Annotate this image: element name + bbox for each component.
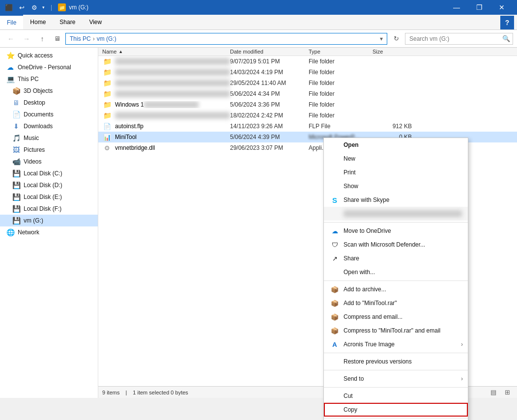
videos-icon: 📹 bbox=[12, 157, 21, 166]
address-path[interactable]: This PC › vm (G:) ▾ bbox=[65, 33, 387, 45]
sidebar-item-diskd[interactable]: 💾 Local Disk (D:) bbox=[0, 179, 98, 191]
ctx-addrar[interactable]: 📦 Add to "MiniTool.rar" bbox=[324, 296, 468, 310]
close-button[interactable]: ✕ bbox=[490, 0, 513, 15]
ctx-openwith[interactable]: Open with... bbox=[324, 265, 468, 279]
ctx-compress-rar-email[interactable]: 📦 Compress to "MiniTool.rar" and email bbox=[324, 324, 468, 337]
window-title: vm (G:) bbox=[69, 4, 88, 11]
sidebar-item-diskf[interactable]: 💾 Local Disk (F:) bbox=[0, 203, 98, 215]
col-header-date[interactable]: Date modified bbox=[230, 49, 309, 55]
diskd-icon: 💾 bbox=[12, 181, 21, 190]
ctx-defender[interactable]: 🛡 Scan with Microsoft Defender... bbox=[324, 238, 468, 252]
ctx-restore[interactable]: Restore previous versions bbox=[324, 355, 468, 368]
sidebar-item-thispc[interactable]: 💻 This PC bbox=[0, 73, 98, 85]
minimize-button[interactable]: — bbox=[445, 0, 468, 15]
tab-home[interactable]: Home bbox=[23, 15, 53, 29]
ctx-show[interactable]: Show bbox=[324, 179, 468, 193]
col-header-size[interactable]: Size bbox=[373, 49, 412, 55]
help-button[interactable]: ? bbox=[500, 16, 514, 29]
maximize-button[interactable]: ❐ bbox=[468, 0, 490, 15]
ctx-open-label: Open bbox=[344, 141, 462, 148]
sidebar-item-music[interactable]: 🎵 Music bbox=[0, 132, 98, 144]
sidebar-item-network[interactable]: 🌐 Network bbox=[0, 226, 98, 238]
tab-view[interactable]: View bbox=[82, 15, 109, 29]
path-dropdown[interactable]: ▾ bbox=[380, 35, 383, 42]
col-header-name[interactable]: Name ▲ bbox=[102, 49, 230, 55]
ctx-sendto[interactable]: Send to › bbox=[324, 372, 468, 386]
forward-button[interactable]: → bbox=[20, 33, 33, 45]
details-view-button[interactable]: ▤ bbox=[488, 388, 499, 397]
back-button[interactable]: ← bbox=[4, 33, 18, 45]
file-name-cell: BlurredFolder4 bbox=[115, 90, 230, 97]
ctx-print-label: Print bbox=[344, 169, 462, 176]
file-date-cell: 29/05/2024 11:40 AM bbox=[230, 80, 309, 86]
ctx-skype[interactable]: S Share with Skype bbox=[324, 193, 468, 207]
ctx-show-icon bbox=[330, 181, 340, 191]
qat-dropdown[interactable]: ▾ bbox=[42, 5, 45, 10]
col-name-label: Name bbox=[102, 49, 116, 55]
ctx-new[interactable]: New bbox=[324, 152, 468, 166]
sidebar-item-desktop[interactable]: 🖥 Desktop bbox=[0, 97, 98, 109]
ctx-blurred-item[interactable] bbox=[324, 207, 468, 221]
file-size-cell: 912 KB bbox=[373, 123, 412, 130]
breadcrumb-drive[interactable]: vm (G:) bbox=[97, 35, 116, 42]
table-row[interactable]: 📁 BlurredFolder2 14/03/2024 4:19 PM File… bbox=[98, 67, 517, 78]
large-icons-view-button[interactable]: ⊞ bbox=[501, 388, 513, 397]
sidebar-item-downloads[interactable]: ⬇ Downloads bbox=[0, 120, 98, 132]
undo-icon[interactable]: ↩ bbox=[17, 2, 27, 12]
ctx-divider-2 bbox=[324, 280, 468, 281]
ctx-cut[interactable]: Cut bbox=[324, 389, 468, 403]
desktop-icon: 🖥 bbox=[12, 98, 21, 107]
ctx-acronis[interactable]: A Acronis True Image › bbox=[324, 337, 468, 351]
sidebar-item-diskc[interactable]: 💾 Local Disk (C:) bbox=[0, 168, 98, 179]
ctx-copy[interactable]: Copy bbox=[324, 403, 468, 417]
search-input[interactable] bbox=[405, 33, 513, 45]
up-button[interactable]: ↑ bbox=[35, 33, 49, 45]
refresh-button[interactable]: ↻ bbox=[389, 33, 403, 45]
sidebar-label-downloads: Downloads bbox=[24, 123, 53, 130]
ctx-new-icon bbox=[330, 154, 340, 164]
ctx-skype-icon: S bbox=[330, 195, 340, 205]
table-row[interactable]: 📁 BlurredFolder6 18/02/2024 2:42 PM File… bbox=[98, 110, 517, 121]
sidebar-label-diske: Local Disk (E:) bbox=[24, 194, 62, 200]
sidebar-item-documents[interactable]: 📄 Documents bbox=[0, 109, 98, 120]
sidebar-item-quickaccess[interactable]: ⭐ Quick access bbox=[0, 50, 98, 61]
table-row[interactable]: 📁 Windows 1BLURRED_REVIEW 5/06/2024 3:36… bbox=[98, 99, 517, 110]
ctx-compress-email[interactable]: 📦 Compress and email... bbox=[324, 310, 468, 324]
ctx-onedrive-label: Move to OneDrive bbox=[344, 227, 462, 234]
file-name-cell: BlurredFolder6 bbox=[115, 112, 230, 119]
title-bar: ⬛ ↩ ⚙ ▾ | 📁 vm (G:) — ❐ ✕ bbox=[0, 0, 517, 15]
sidebar-item-diske[interactable]: 💾 Local Disk (E:) bbox=[0, 191, 98, 203]
table-row[interactable]: 📁 BlurredFolder3 29/05/2024 11:40 AM Fil… bbox=[98, 78, 517, 88]
ctx-addarchive[interactable]: 📦 Add to archive... bbox=[324, 282, 468, 296]
table-row[interactable]: 📁 BlurredFolder4 5/06/2024 4:34 PM File … bbox=[98, 88, 517, 99]
ctx-open[interactable]: Open bbox=[324, 138, 468, 152]
breadcrumb-thispc[interactable]: This PC bbox=[70, 35, 91, 42]
tab-share[interactable]: Share bbox=[53, 15, 82, 29]
properties-icon[interactable]: ⚙ bbox=[29, 2, 39, 12]
sidebar-label-diskf: Local Disk (F:) bbox=[24, 205, 61, 212]
file-date-cell: 5/06/2024 4:34 PM bbox=[230, 90, 309, 97]
sidebar-item-3dobjects[interactable]: 📦 3D Objects bbox=[0, 85, 98, 97]
window-icon: 📁 bbox=[58, 3, 66, 11]
ctx-onedrive[interactable]: ☁ Move to OneDrive bbox=[324, 224, 468, 238]
ctx-print[interactable]: Print bbox=[324, 166, 468, 179]
sidebar-item-pictures[interactable]: 🖼 Pictures bbox=[0, 144, 98, 156]
ctx-openwith-label: Open with... bbox=[344, 269, 462, 276]
folder-icon: 📁 bbox=[102, 111, 112, 120]
breadcrumb-separator: 🖥 bbox=[54, 35, 60, 42]
ctx-compress-rar-email-label: Compress to "MiniTool.rar" and email bbox=[344, 327, 462, 334]
sidebar-label-diskg: vm (G:) bbox=[24, 217, 43, 224]
table-row[interactable]: 📄 autoinst.flp 14/11/2023 9:26 AM FLP Fi… bbox=[98, 121, 517, 132]
sidebar-item-onedrive[interactable]: ☁ OneDrive - Personal bbox=[0, 61, 98, 73]
tab-file[interactable]: File bbox=[0, 15, 23, 29]
ctx-compress-email-label: Compress and email... bbox=[344, 313, 462, 320]
ribbon: File Home Share View ? bbox=[0, 15, 517, 30]
sidebar-item-diskg[interactable]: 💾 vm (G:) bbox=[0, 215, 98, 226]
sidebar-item-videos[interactable]: 📹 Videos bbox=[0, 156, 98, 168]
quick-access-toolbar-icon[interactable]: ⬛ bbox=[4, 2, 14, 12]
col-header-type[interactable]: Type bbox=[309, 49, 373, 55]
table-row[interactable]: 📁 BlurredFolder1 9/07/2019 5:01 PM File … bbox=[98, 56, 517, 67]
network-icon: 🌐 bbox=[6, 228, 15, 237]
sidebar: ⭐ Quick access ☁ OneDrive - Personal 💻 T… bbox=[0, 48, 98, 398]
ctx-share[interactable]: ↗ Share bbox=[324, 252, 468, 265]
